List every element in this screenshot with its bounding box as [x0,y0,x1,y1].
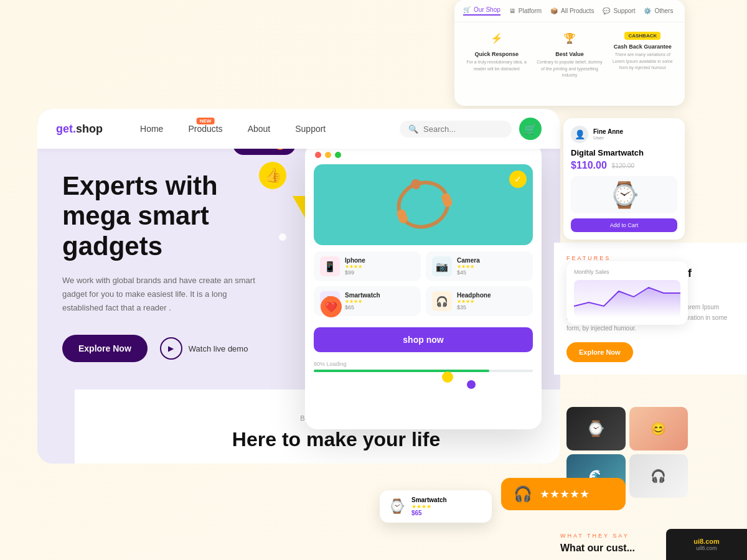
features-explore-button[interactable]: Explore Now [566,342,633,362]
iphone-info: Iphone ★★★★ $99 [345,257,415,276]
camera-stars: ★★★★ [457,264,527,269]
smartwatch-bottom-card: ⌚ Smartwatch ★★★★ $65 [380,490,492,523]
dot-yellow-decoration [442,371,453,383]
search-bar[interactable]: 🔍 [400,121,512,138]
feature-best-value: 🏆 Best Value Contrary to popular belief,… [536,29,603,79]
nav-products[interactable]: NEW Products [188,124,222,134]
nav-links: Home NEW Products About Support [140,124,400,134]
sw-username: Fine Anne [593,128,623,135]
headphone-stars: ★★★★ [457,299,527,304]
browser-nav-item-ourshop[interactable]: 🛒 Our Shop [463,6,500,16]
feature-desc-1: For a truly revolutionary idea, a reader… [463,59,530,72]
nav-home[interactable]: Home [140,124,163,134]
hero-description: We work with global brands and have crea… [62,274,261,315]
svg-point-3 [410,178,423,191]
quick-response-icon: ⚡ [487,29,506,47]
smartwatch-stars: ★★★★ [345,299,415,304]
headphone-image [382,167,465,243]
browser-nav-item-allproducts[interactable]: 📦 All Products [550,7,594,14]
sw-product-title: Digital Smartwatch [571,148,677,157]
logo-suffix: shop [76,123,103,135]
nav-about[interactable]: About [248,124,271,134]
watch-info: Smartwatch ★★★★ $65 [411,497,483,516]
hero-content: Experts with mega smart gadgets We work … [62,171,286,362]
cart-button[interactable]: 🛒 [519,118,542,140]
progress-label: 80% Loading [314,361,533,367]
product-item-camera[interactable]: 📷 Camera ★★★★ $45 [426,251,533,281]
orange-circle-decoration: ❤️ [321,296,342,317]
circle-decoration [279,233,286,241]
user-avatar: 👤 [571,126,588,143]
thumbs-up-badge: 👍 [259,162,286,189]
watch-card-stars: ★★★★ [411,503,483,510]
browser-nav-item-others[interactable]: ⚙️ Others [644,7,673,14]
browser-nav: 🛒 Our Shop 🖥 Platform 📦 All Products 💬 S… [454,0,685,22]
review-float: 🎧 ★★★★★ [501,478,626,510]
shop-now-button[interactable]: shop now [314,327,533,352]
sw-price: $110.00 [571,160,607,171]
headphone-price: $35 [457,304,527,310]
iphone-name: Iphone [345,257,415,264]
dot-red [315,152,321,158]
watch-demo[interactable]: ▶ Watch live demo [160,337,248,360]
svg-rect-2 [440,192,453,208]
progress-fill [314,370,489,372]
headphone-name: Headphone [457,292,527,299]
sw-actions: Add to Cart [571,218,677,232]
gallery-item-1: ⌚ [566,407,626,450]
watermark: ui8.com uil8.com [666,529,747,560]
progress-track [314,370,533,372]
smartwatch-name: Smartwatch [345,292,415,299]
sw-watch-icon: ⌚ [609,180,640,210]
sw-header: 👤 Fine Anne User [571,126,677,143]
analytics-title: Monthly Sales [574,269,680,275]
sw-user-subtitle: User [593,135,623,141]
hero-title: Experts with mega smart gadgets [62,171,286,261]
sw-old-price: $120.00 [612,162,634,169]
feature-desc-2: Contrary to popular belief, dummy of the… [536,59,603,79]
feature-quick-response: ⚡ Quick Response For a truly revolutiona… [463,29,530,79]
logo[interactable]: get.shop [56,123,103,136]
product-item-iphone[interactable]: 📱 Iphone ★★★★ $99 [314,251,421,281]
cashback-badge: CASHBACK [624,32,660,40]
search-input[interactable] [423,124,498,134]
camera-icon: 📷 [432,256,452,276]
hero-card: get.shop Home NEW Products About Support… [37,109,560,464]
products-new-badge: NEW [197,118,215,124]
gallery-item-2: 😊 [629,407,688,450]
analytics-chart [574,280,680,317]
checkmark-badge: ✓ [509,170,527,188]
sw-price-row: $110.00 $120.00 [571,160,677,171]
logo-prefix: get. [56,123,76,135]
play-icon: ▶ [160,337,182,360]
analytics-card: Monthly Sales [566,261,688,325]
camera-price: $45 [457,269,527,276]
search-icon: 🔍 [408,124,418,134]
analytics-chart-svg [574,280,680,317]
review-headphone-icon: 🎧 [514,485,532,503]
explore-button[interactable]: Explore Now [62,335,148,362]
feature-title-3: Cash Back Guarantee [609,44,676,50]
headphone-info: Headphone ★★★★ $35 [457,292,527,310]
browser-nav-item-platform[interactable]: 🖥 Platform [509,7,542,14]
iphone-icon: 📱 [320,256,340,276]
product-item-headphone[interactable]: 🎧 Headphone ★★★★ $35 [426,286,533,316]
feature-title-2: Best Value [536,51,603,57]
browser-nav-item-support[interactable]: 💬 Support [603,7,635,14]
hero-actions: Explore Now ▶ Watch live demo [62,335,286,362]
feature-cashback: CASHBACK Cash Back Guarantee There are m… [609,29,676,79]
watch-card-name: Smartwatch [411,497,483,503]
watch-card-price: $65 [411,510,483,516]
browser-features: ⚡ Quick Response For a truly revolutiona… [454,22,685,85]
best-value-icon: 🏆 [560,29,579,47]
watermark-text-2: uil8.com [696,545,717,551]
headphone-icon: 🎧 [432,291,452,311]
bottom-title: Here to make your life [100,428,560,451]
sw-add-to-cart-button[interactable]: Add to Cart [571,218,677,232]
smartwatch-detail-card: 👤 Fine Anne User Digital Smartwatch $110… [563,118,685,240]
navbar: get.shop Home NEW Products About Support… [37,109,560,149]
feature-title-1: Quick Response [463,51,530,57]
nav-support[interactable]: Support [295,124,326,134]
smartwatch-price: $65 [345,304,415,310]
smartwatch-info: Smartwatch ★★★★ $65 [345,292,415,310]
